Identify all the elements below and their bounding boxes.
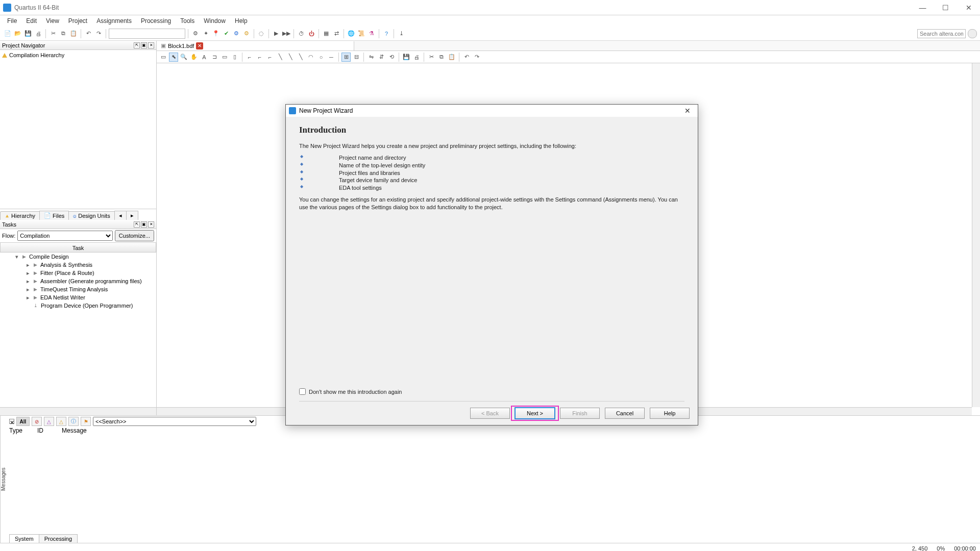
task-timequest[interactable]: ▸▶TimeQuest Timing Analysis (0, 285, 156, 293)
partial-line-icon[interactable]: ⊟ (352, 53, 361, 62)
tab-hierarchy[interactable]: Hierarchy (0, 211, 40, 220)
dont-show-again-row[interactable]: Don't show me this introduction again (299, 388, 684, 395)
filter-info-icon[interactable]: ⓘ (68, 417, 79, 426)
dialog-titlebar[interactable]: New Project Wizard ✕ (286, 105, 698, 117)
route-icon[interactable]: ⇄ (332, 29, 341, 38)
redo-icon[interactable]: ↷ (94, 29, 103, 38)
task-assembler[interactable]: ▸▶Assembler (Generate programming files) (0, 277, 156, 285)
messages-body[interactable] (7, 435, 980, 533)
undo2-icon[interactable]: ↶ (462, 53, 471, 62)
gear-yellow-icon[interactable]: ⚙ (242, 29, 251, 38)
pin-panel-icon[interactable]: ⇱ (134, 42, 140, 48)
task-eda-netlist[interactable]: ▸▶EDA Netlist Writer (0, 293, 156, 302)
dialog-close-icon[interactable]: ✕ (680, 107, 695, 115)
block-tool-icon[interactable]: ▭ (220, 53, 229, 62)
orthogonal-node-icon[interactable]: ⌐ (245, 53, 254, 62)
programmer-icon[interactable]: ⤓ (397, 29, 406, 38)
document-tab[interactable]: ▣ Block1.bdf ✕ (157, 41, 354, 51)
pin-tool-icon[interactable]: ▯ (230, 53, 239, 62)
menu-file[interactable]: File (3, 16, 21, 26)
globe-icon[interactable]: 🌐 (347, 29, 356, 38)
tab-scroll-left[interactable]: ◂ (114, 211, 127, 220)
project-combo[interactable] (109, 29, 185, 39)
wand-icon[interactable]: ✦ (201, 29, 210, 38)
menu-project[interactable]: Project (64, 16, 91, 26)
print2-icon[interactable]: 🖨 (412, 53, 421, 62)
text-tool-icon[interactable]: A (200, 53, 209, 62)
menu-edit[interactable]: Edit (22, 16, 41, 26)
canvas-vscrollbar[interactable] (972, 63, 980, 407)
maximize-button[interactable]: ☐ (934, 0, 957, 15)
compilation-hierarchy-root[interactable]: Compilation Hierarchy (2, 52, 154, 58)
next-button[interactable]: Next > (515, 408, 555, 419)
cancel-button[interactable]: Cancel (605, 408, 645, 419)
help-icon[interactable]: ? (382, 29, 391, 38)
arc-tool-icon[interactable]: ◠ (306, 53, 315, 62)
pin-icon[interactable]: 📍 (211, 29, 220, 38)
menu-view[interactable]: View (42, 16, 63, 26)
tab-design-units[interactable]: ⌾Design Units (68, 211, 114, 220)
circle-tool-icon[interactable]: ○ (316, 53, 326, 62)
timer-icon[interactable]: ⏱ (297, 29, 306, 38)
close-button[interactable]: ✕ (957, 0, 980, 15)
menu-help[interactable]: Help (231, 16, 252, 26)
diagonal-conduit-icon[interactable]: ╲ (296, 53, 305, 62)
copy-icon[interactable]: ⧉ (59, 29, 68, 38)
flow-select[interactable]: Compilation (17, 231, 113, 241)
task-analysis-synthesis[interactable]: ▸▶Analysis & Synthesis (0, 261, 156, 269)
pointer-tool-icon[interactable]: ⬉ (169, 53, 178, 62)
print-icon[interactable]: 🖨 (34, 29, 43, 38)
stop-icon[interactable]: ⏻ (307, 29, 316, 38)
copy2-icon[interactable]: ⧉ (437, 53, 446, 62)
play-icon[interactable]: ▶ (272, 29, 281, 38)
orthogonal-conduit-icon[interactable]: ⌐ (265, 53, 275, 62)
tab-files[interactable]: 📄Files (39, 211, 69, 220)
flip-h-icon[interactable]: ⇋ (366, 53, 376, 62)
menu-window[interactable]: Window (200, 16, 230, 26)
cut-icon[interactable]: ✂ (48, 29, 58, 38)
open-file-icon[interactable]: 📂 (13, 29, 22, 38)
filter-critical-icon[interactable]: △ (44, 417, 54, 426)
filter-warning-icon[interactable]: △ (56, 417, 66, 426)
select-tool-icon[interactable]: ▭ (159, 53, 168, 62)
tasks-float-icon[interactable]: ▣ (141, 221, 147, 228)
redo2-icon[interactable]: ↷ (472, 53, 481, 62)
task-compile-design[interactable]: ▾▶Compile Design (0, 253, 156, 261)
save-icon[interactable]: 💾 (23, 29, 33, 38)
minimize-button[interactable]: — (911, 0, 934, 15)
message-search-select[interactable]: <<Search>> (93, 417, 256, 426)
float-panel-icon[interactable]: ▣ (141, 42, 147, 48)
script-icon[interactable]: 📜 (357, 29, 366, 38)
filter-flag-icon[interactable]: ⚑ (81, 417, 91, 426)
symbol-tool-icon[interactable]: ⊐ (210, 53, 219, 62)
new-file-icon[interactable]: 📄 (3, 29, 12, 38)
search-go-icon[interactable] (968, 29, 977, 38)
paste2-icon[interactable]: 📋 (447, 53, 456, 62)
tasks-hscrollbar[interactable] (0, 407, 156, 415)
menu-assignments[interactable]: Assignments (92, 16, 136, 26)
chip-icon[interactable]: ▦ (322, 29, 331, 38)
close-panel-icon[interactable]: ✕ (148, 42, 154, 48)
step-icon[interactable]: ▶▶ (282, 29, 291, 38)
messages-close-icon[interactable]: ✕ (9, 419, 14, 424)
undo-icon[interactable]: ↶ (84, 29, 93, 38)
menu-processing[interactable]: Processing (137, 16, 175, 26)
cut2-icon[interactable]: ✂ (427, 53, 436, 62)
save2-icon[interactable]: 💾 (402, 53, 411, 62)
task-fitter[interactable]: ▸▶Fitter (Place & Route) (0, 269, 156, 277)
messages-tab-processing[interactable]: Processing (39, 534, 78, 543)
flask-icon[interactable]: ⚗ (367, 29, 376, 38)
check-icon[interactable]: ✔ (222, 29, 231, 38)
tasks-pin-icon[interactable]: ⇱ (134, 221, 140, 228)
task-program-device[interactable]: ⤓Program Device (Open Programmer) (0, 302, 156, 310)
dont-show-checkbox[interactable] (299, 388, 306, 395)
line-tool-icon[interactable]: ─ (327, 53, 336, 62)
menu-tools[interactable]: Tools (176, 16, 199, 26)
document-close-icon[interactable]: ✕ (196, 42, 203, 49)
settings-icon[interactable]: ⚙ (191, 29, 200, 38)
hand-tool-icon[interactable]: ✋ (189, 53, 199, 62)
zoom-tool-icon[interactable]: 🔍 (179, 53, 188, 62)
customize-button[interactable]: Customize... (115, 230, 154, 241)
diagonal-node-icon[interactable]: ╲ (276, 53, 285, 62)
help-button[interactable]: Help (650, 408, 690, 419)
